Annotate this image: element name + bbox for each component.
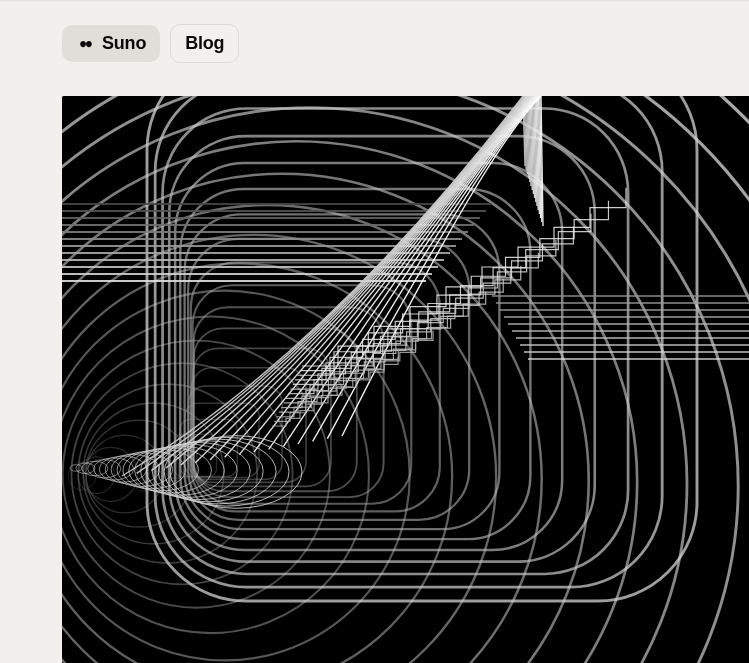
header: Suno Blog [62,24,239,63]
blog-label: Blog [185,33,224,54]
blog-link[interactable]: Blog [170,24,239,63]
suno-logo-icon [76,34,96,54]
hero-svg [62,96,749,663]
brand-link[interactable]: Suno [62,25,160,62]
brand-label: Suno [102,33,146,54]
svg-rect-0 [62,96,749,663]
top-divider [0,0,749,1]
hero-graphic [62,96,749,663]
